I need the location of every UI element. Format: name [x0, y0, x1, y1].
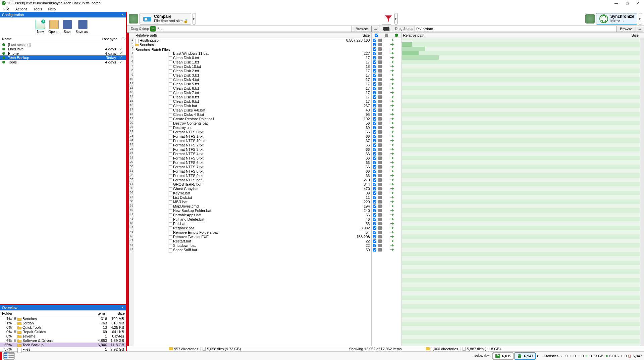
view-all-button[interactable]: 6,947	[514, 352, 536, 360]
file-row[interactable]: Destroy.bat69	[134, 125, 371, 130]
file-row[interactable]: Clean Disk 8.txt17	[134, 95, 371, 99]
browse-right-button[interactable]: Browse	[616, 26, 636, 32]
action-row[interactable]	[372, 77, 401, 82]
col-last-sync[interactable]: Last sync	[99, 36, 119, 42]
sync-action-icon[interactable]	[383, 64, 401, 68]
file-row[interactable]: List Disk.txt11	[134, 195, 371, 199]
sync-action-icon[interactable]	[383, 230, 401, 234]
action-row[interactable]	[372, 160, 401, 165]
row-checkbox[interactable]	[373, 91, 376, 94]
action-row[interactable]	[372, 221, 401, 226]
overview-close[interactable]: ✕	[121, 306, 124, 309]
sync-action-icon[interactable]	[383, 78, 401, 81]
action-row[interactable]	[372, 64, 401, 69]
row-checkbox[interactable]	[373, 152, 376, 155]
row-checkbox[interactable]	[373, 196, 376, 199]
sync-action-icon[interactable]	[383, 174, 401, 177]
left-path-input[interactable]	[156, 26, 352, 32]
file-row[interactable]: Clean Disk 1.txt17	[134, 60, 371, 64]
sync-action-icon[interactable]	[383, 213, 401, 217]
file-row[interactable]: Clean Disk 4.txt17	[134, 77, 371, 82]
overview-row[interactable]: 1%⊞Jordan763318 MB	[0, 321, 126, 325]
action-row[interactable]	[372, 243, 401, 248]
view-mode-button[interactable]	[3, 352, 15, 360]
save-button[interactable]: Save	[61, 19, 73, 34]
action-row[interactable]	[372, 195, 401, 199]
action-row[interactable]	[372, 99, 401, 103]
row-checkbox[interactable]	[373, 170, 376, 173]
menu-tools[interactable]: Tools	[32, 6, 44, 12]
action-row[interactable]	[372, 199, 401, 204]
overview-row[interactable]: 0%⊞Repair Guides69641 KB	[0, 329, 126, 334]
col-size-right[interactable]: Size	[613, 33, 640, 37]
file-row[interactable]: Clean Disk 0.txt17	[134, 55, 371, 60]
row-checkbox[interactable]	[373, 143, 376, 147]
row-checkbox[interactable]	[373, 126, 376, 129]
row-checkbox[interactable]	[373, 248, 376, 252]
file-row[interactable]: Format NTFS 3.txt66	[134, 147, 371, 151]
row-checkbox[interactable]	[373, 183, 376, 186]
sync-action-icon[interactable]	[383, 108, 401, 112]
file-row[interactable]: Hustling.iso8,507,228,160	[134, 38, 371, 42]
action-row[interactable]	[372, 82, 401, 86]
action-row[interactable]	[372, 138, 401, 143]
sync-action-icon[interactable]	[383, 113, 401, 116]
action-row[interactable]	[372, 169, 401, 173]
sync-action-icon[interactable]	[383, 226, 401, 230]
menu-help[interactable]: Help	[46, 6, 58, 12]
config-close[interactable]: ✕	[121, 13, 124, 16]
file-row[interactable]: Format NTFS 1.txt66	[134, 134, 371, 138]
row-checkbox[interactable]	[373, 191, 376, 195]
row-checkbox[interactable]	[373, 60, 376, 64]
sync-action-icon[interactable]	[383, 161, 401, 164]
action-row[interactable]	[372, 248, 401, 252]
row-checkbox[interactable]	[373, 82, 376, 86]
sync-action-icon[interactable]	[383, 239, 401, 243]
row-checkbox[interactable]	[373, 205, 376, 208]
file-row[interactable]: Format NTFS 9.txt66	[134, 173, 371, 178]
sync-action-icon[interactable]	[383, 47, 401, 51]
row-checkbox[interactable]	[373, 213, 376, 217]
cloud-left-button[interactable]: ☁	[372, 26, 379, 32]
file-row[interactable]: Remove Empty Folders.bat54	[134, 230, 371, 234]
sync-action-icon[interactable]	[383, 209, 401, 212]
compare-settings-icon[interactable]	[129, 14, 138, 24]
file-row[interactable]: Clean Disk 10.txt18	[134, 64, 371, 69]
action-row[interactable]	[372, 130, 401, 134]
action-row[interactable]	[372, 125, 401, 130]
sync-action-icon[interactable]	[383, 165, 401, 169]
sync-action-icon[interactable]	[383, 56, 401, 59]
row-checkbox[interactable]	[373, 122, 376, 125]
sync-action-icon[interactable]	[383, 51, 401, 55]
sync-action-icon[interactable]	[383, 169, 401, 173]
action-row[interactable]	[372, 55, 401, 60]
sync-action-icon[interactable]	[383, 243, 401, 247]
action-header-icon[interactable]	[391, 33, 401, 38]
sync-action-icon[interactable]	[383, 187, 401, 190]
action-row[interactable]	[372, 69, 401, 73]
action-row[interactable]	[372, 226, 401, 230]
sync-action-icon[interactable]	[383, 38, 401, 42]
file-row[interactable]: Pull and Delete.bat46	[134, 217, 371, 221]
row-checkbox[interactable]	[373, 104, 376, 107]
sync-action-icon[interactable]	[383, 126, 401, 129]
scrollbar[interactable]	[640, 38, 644, 346]
maximize-button[interactable]: ▢	[625, 1, 629, 5]
col-folder[interactable]: Folder	[0, 311, 89, 316]
row-checkbox[interactable]	[373, 161, 376, 164]
row-checkbox[interactable]	[373, 135, 376, 138]
file-row[interactable]: Clean Disk.bat267	[134, 103, 371, 108]
overview-row[interactable]: 6%⊞Software & Drivers4,8531.39 GB	[0, 338, 126, 343]
cloud-right-button[interactable]: ☁	[636, 26, 643, 32]
action-row[interactable]	[372, 208, 401, 213]
overview-row[interactable]: 0%Quick Tools134.25 KB	[0, 325, 126, 329]
sync-action-icon[interactable]	[383, 222, 401, 225]
compare-dropdown[interactable]: ▸	[193, 13, 196, 25]
row-checkbox[interactable]	[373, 239, 376, 243]
action-row[interactable]	[372, 112, 401, 117]
browse-left-button[interactable]: Browse	[352, 26, 372, 32]
menu-file[interactable]: File	[1, 6, 11, 12]
file-row[interactable]: MapDrives.cmd194	[134, 204, 371, 208]
row-checkbox[interactable]	[373, 222, 376, 225]
row-checkbox[interactable]	[373, 95, 376, 99]
